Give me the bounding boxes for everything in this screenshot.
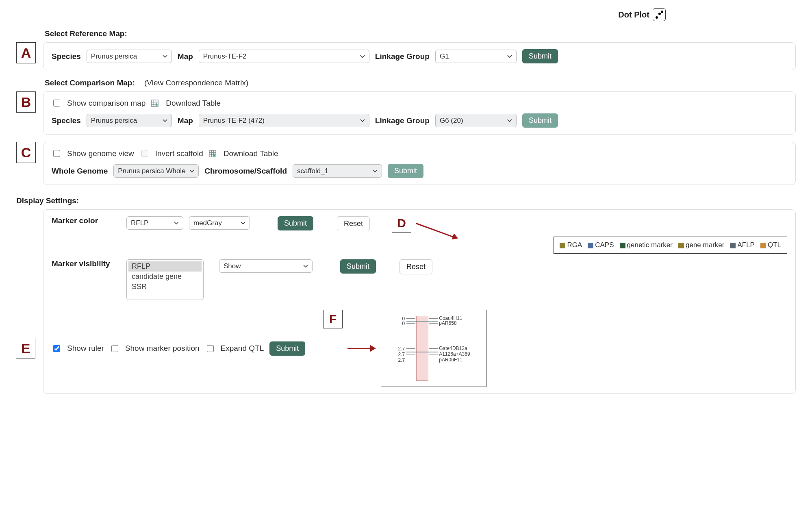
marker-position-value: 2.7 bbox=[398, 357, 405, 363]
show-comparison-label: Show comparison map bbox=[67, 99, 145, 108]
show-marker-position-checkbox[interactable] bbox=[111, 345, 118, 352]
reference-map-panel: Species Prunus persica Map Prunus-TE-F2 … bbox=[43, 42, 796, 70]
reference-species-select[interactable]: Prunus persica bbox=[87, 50, 172, 63]
legend-swatch bbox=[678, 243, 684, 248]
reference-map-select[interactable]: Prunus-TE-F2 bbox=[199, 50, 369, 63]
marker-color-submit-button[interactable]: Submit bbox=[278, 216, 313, 230]
visibility-option[interactable]: SSR bbox=[128, 282, 202, 292]
marker-position-value: 0 bbox=[402, 321, 405, 326]
comparison-map-select[interactable]: Prunus-TE-F2 (472) bbox=[199, 114, 369, 127]
legend-item: genetic marker bbox=[620, 241, 673, 249]
comparison-submit-button[interactable]: Submit bbox=[522, 113, 558, 128]
legend-label: gene marker bbox=[686, 241, 724, 249]
callout-letter-a: A bbox=[16, 42, 36, 63]
genome-submit-button[interactable]: Submit bbox=[388, 164, 423, 178]
callout-letter-b: B bbox=[16, 91, 36, 113]
genome-view-panel: Show genome view Invert scaffold Downloa… bbox=[43, 142, 796, 185]
marker-legend: RGACAPSgenetic markergene markerAFLPQTL bbox=[554, 237, 787, 254]
legend-swatch bbox=[730, 243, 736, 248]
download-table-icon[interactable] bbox=[151, 100, 158, 107]
marker-visibility-submit-button[interactable]: Submit bbox=[340, 259, 376, 274]
expand-qtl-label: Expand QTL bbox=[221, 344, 264, 353]
marker-name-label: Gate4DB12a bbox=[439, 346, 467, 351]
reference-map-heading: Select Reference Map: bbox=[45, 29, 796, 38]
legend-swatch bbox=[620, 243, 625, 248]
show-ruler-checkbox[interactable] bbox=[53, 345, 60, 352]
marker-name-label: A1126a+A369 bbox=[439, 351, 470, 357]
cmp-map-label: Map bbox=[178, 116, 193, 125]
show-comparison-checkbox[interactable] bbox=[53, 100, 60, 107]
invert-scaffold-checkbox[interactable] bbox=[141, 150, 148, 157]
whole-genome-label: Whole Genome bbox=[52, 167, 108, 176]
dot-plot-icon[interactable] bbox=[653, 8, 666, 21]
marker-position-value: 2.7 bbox=[398, 352, 405, 357]
reference-submit-button[interactable]: Submit bbox=[522, 49, 558, 63]
marker-visibility-listbox[interactable]: RFLPcandidate geneSSR bbox=[126, 259, 204, 300]
legend-label: AFLP bbox=[737, 241, 755, 249]
correspondence-matrix-link[interactable]: (View Correspondence Matrix) bbox=[144, 78, 248, 87]
dot-plot-launcher: Dot Plot bbox=[16, 8, 796, 21]
legend-item: CAPS bbox=[588, 241, 614, 249]
linkage-group-label: Linkage Group bbox=[375, 52, 430, 61]
comparison-species-select[interactable]: Prunus persica bbox=[87, 114, 172, 127]
legend-label: RGA bbox=[567, 241, 582, 249]
marker-name-label: pAR06F11 bbox=[439, 357, 462, 363]
marker-diagram: 0Coau4H110pAR6582.7Gate4DB12a2.7A1126a+A… bbox=[381, 310, 486, 387]
legend-swatch bbox=[560, 243, 565, 248]
legend-label: genetic marker bbox=[627, 241, 673, 249]
legend-swatch bbox=[588, 243, 593, 248]
callout-letter-d: D bbox=[392, 214, 411, 233]
scaffold-select[interactable]: scaffold_1 bbox=[293, 164, 382, 178]
comparison-map-panel: Show comparison map Download Table Speci… bbox=[43, 91, 796, 135]
legend-item: AFLP bbox=[730, 241, 755, 249]
reference-lg-select[interactable]: G1 bbox=[435, 50, 517, 63]
download-table-label[interactable]: Download Table bbox=[166, 99, 221, 108]
comparison-map-title: Select Comparison Map: bbox=[45, 78, 135, 87]
marker-position-value: 2.7 bbox=[398, 346, 405, 352]
marker-color-select[interactable]: medGray bbox=[189, 216, 250, 230]
visibility-option[interactable]: candidate gene bbox=[128, 272, 202, 282]
chromosome-scaffold-label: Chromosome/Scaffold bbox=[204, 167, 287, 176]
cmp-lg-label: Linkage Group bbox=[375, 116, 430, 125]
visibility-mode-select[interactable]: Show bbox=[219, 259, 313, 273]
callout-letter-e: E bbox=[16, 338, 35, 359]
whole-genome-select[interactable]: Prunus persica Whole bbox=[113, 164, 199, 178]
show-ruler-label: Show ruler bbox=[67, 344, 104, 353]
display-settings-heading: Display Settings: bbox=[16, 196, 796, 205]
callout-letter-f: F bbox=[323, 310, 343, 328]
show-genome-label: Show genome view bbox=[67, 149, 134, 158]
legend-item: gene marker bbox=[678, 241, 724, 249]
cmp-species-label: Species bbox=[52, 116, 81, 125]
marker-visibility-reset-button[interactable]: Reset bbox=[399, 259, 432, 274]
legend-label: QTL bbox=[768, 241, 781, 249]
marker-color-reset-button[interactable]: Reset bbox=[337, 216, 370, 231]
legend-swatch bbox=[760, 243, 766, 248]
map-label: Map bbox=[178, 52, 193, 61]
visibility-option[interactable]: RFLP bbox=[128, 261, 202, 272]
display-settings-panel: Marker color RFLP medGray Submit Reset D bbox=[43, 209, 796, 394]
download-table-icon-2[interactable] bbox=[209, 150, 216, 157]
dot-plot-label: Dot Plot bbox=[618, 10, 649, 20]
species-label: Species bbox=[52, 52, 81, 61]
legend-item: RGA bbox=[560, 241, 582, 249]
marker-visibility-label: Marker visibility bbox=[52, 259, 121, 268]
marker-type-select[interactable]: RFLP bbox=[126, 216, 183, 230]
comparison-lg-select[interactable]: G6 (20) bbox=[435, 114, 517, 127]
marker-name-label: pAR658 bbox=[439, 320, 456, 326]
show-genome-checkbox[interactable] bbox=[53, 150, 60, 157]
ruler-submit-button[interactable]: Submit bbox=[269, 341, 305, 356]
legend-label: CAPS bbox=[595, 241, 614, 249]
expand-qtl-checkbox[interactable] bbox=[207, 345, 214, 352]
callout-letter-c: C bbox=[16, 142, 36, 163]
marker-color-label: Marker color bbox=[52, 216, 121, 225]
legend-item: QTL bbox=[760, 241, 781, 249]
download-table-label-2[interactable]: Download Table bbox=[224, 149, 278, 158]
comparison-map-heading: Select Comparison Map: (View Corresponde… bbox=[45, 78, 796, 87]
invert-scaffold-label: Invert scaffold bbox=[155, 149, 203, 158]
show-marker-position-label: Show marker position bbox=[125, 344, 200, 353]
arrow-to-diagram bbox=[347, 345, 376, 352]
